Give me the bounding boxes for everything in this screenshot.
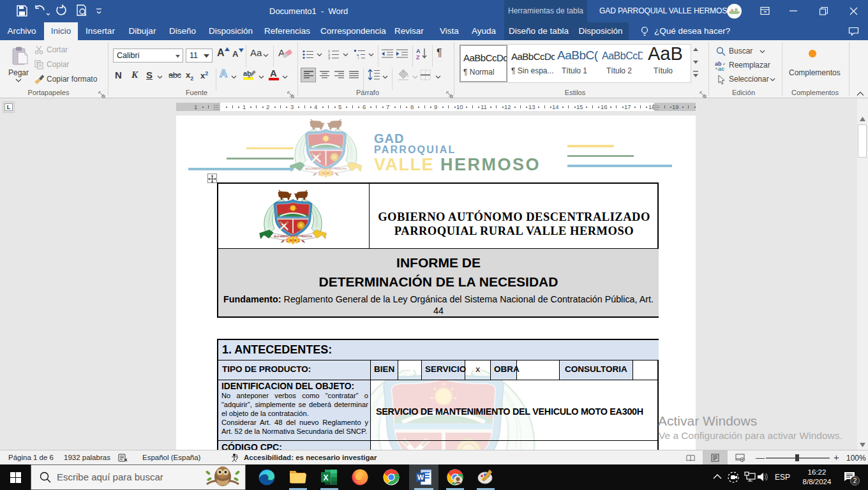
svg-text:3: 3 (328, 56, 330, 59)
svg-text:A: A (416, 48, 421, 54)
svg-text:Z: Z (416, 54, 420, 60)
svg-text:ac: ac (718, 66, 724, 71)
svg-text:X: X (323, 473, 328, 482)
svg-text:i: i (358, 56, 359, 59)
svg-text:ab: ab (243, 70, 251, 77)
svg-text:W: W (417, 473, 424, 481)
